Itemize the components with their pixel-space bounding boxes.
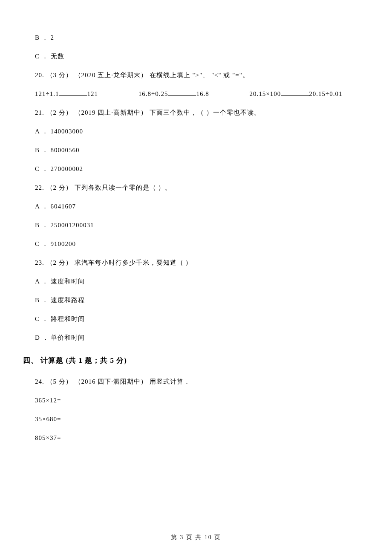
section-4-header: 四、 计算题 (共 1 题；共 5 分)	[23, 355, 369, 366]
content-block: B ． 2 C ． 无数 20. （3 分） （2020 五上·龙华期末） 在横…	[35, 32, 369, 343]
page-container: B ． 2 C ． 无数 20. （3 分） （2020 五上·龙华期末） 在横…	[0, 0, 392, 555]
page-footer: 第 3 页 共 10 页	[0, 533, 392, 542]
q23-option-a: A ． 速度和时间	[35, 276, 369, 286]
q20-p3b: 20.15÷0.01	[309, 90, 342, 97]
q23-stem: 23. （2 分） 求汽车每小时行多少千米，要知道（ ）	[35, 257, 369, 268]
q23-option-d: D ． 单价和时间	[35, 332, 369, 343]
q22-option-b: B ． 250001200031	[35, 220, 369, 230]
q20-p2b: 16.8	[196, 90, 209, 97]
q23-option-c: C ． 路程和时间	[35, 314, 369, 324]
q24-calc-3: 805×37=	[35, 433, 369, 443]
q20-p2a: 16.8÷0.25	[138, 90, 168, 97]
q24-calc-2: 35×680=	[35, 414, 369, 424]
q21-option-a: A ． 140003000	[35, 126, 369, 136]
q20-p1b: 121	[87, 90, 98, 97]
fill-blank[interactable]	[59, 90, 87, 96]
section-4-content: 24. （5 分） （2016 四下·泗阳期中） 用竖式计算． 365×12= …	[35, 376, 369, 443]
q21-stem: 21. （2 分） （2019 四上·高新期中） 下面三个数中，（ ）一个零也不…	[35, 107, 369, 118]
q22-option-c: C ． 9100200	[35, 239, 369, 249]
q-prev-option-c: C ． 无数	[35, 51, 369, 61]
q20-fill-row: 121÷1.1121 16.8÷0.2516.8 20.15×10020.15÷…	[35, 89, 369, 99]
q22-stem: 22. （2 分） 下列各数只读一个零的是（ ）。	[35, 182, 369, 193]
q20-p1a: 121÷1.1	[35, 90, 59, 97]
q21-option-c: C ． 270000002	[35, 164, 369, 174]
q24-calc-1: 365×12=	[35, 395, 369, 405]
q24-stem: 24. （5 分） （2016 四下·泗阳期中） 用竖式计算．	[35, 376, 369, 387]
q20-part-2: 16.8÷0.2516.8	[138, 89, 209, 99]
q23-option-b: B ． 速度和路程	[35, 295, 369, 305]
fill-blank[interactable]	[168, 90, 196, 96]
q20-stem: 20. （3 分） （2020 五上·龙华期末） 在横线上填上 ">"、 "<"…	[35, 70, 369, 80]
q-prev-option-b: B ． 2	[35, 32, 369, 43]
q20-part-3: 20.15×10020.15÷0.01	[249, 89, 342, 99]
q21-option-b: B ． 80000560	[35, 145, 369, 155]
q22-option-a: A ． 6041607	[35, 201, 369, 211]
q20-part-1: 121÷1.1121	[35, 89, 98, 99]
fill-blank[interactable]	[281, 90, 309, 96]
q20-p3a: 20.15×100	[249, 90, 281, 97]
